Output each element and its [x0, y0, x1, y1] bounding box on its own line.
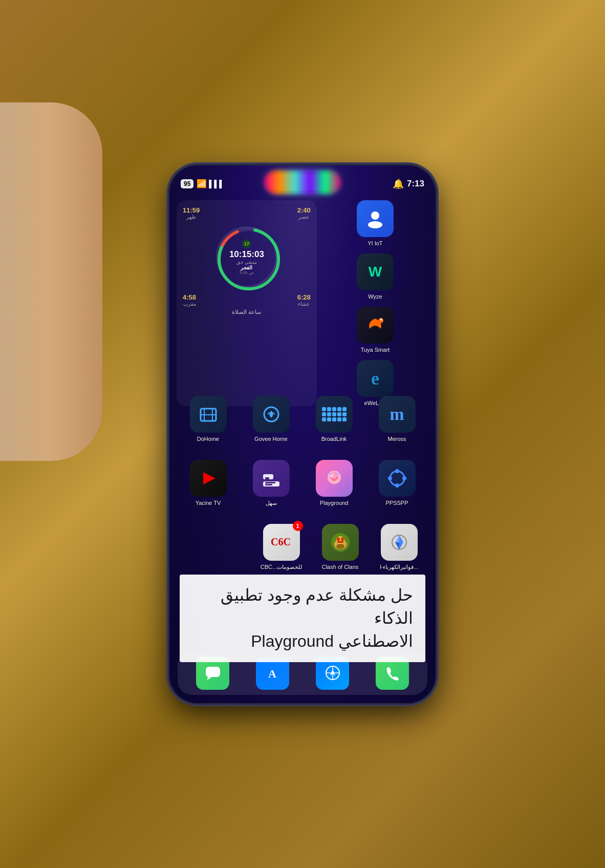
- ppsspp-label: PPSSPP: [385, 500, 408, 506]
- svg-point-20: [331, 477, 333, 479]
- playground-icon: [316, 460, 353, 497]
- svg-point-4: [368, 221, 382, 228]
- svg-point-29: [402, 476, 406, 480]
- svg-point-25: [390, 471, 404, 485]
- svg-point-23: [329, 473, 332, 476]
- prayer-times-top: 11:59 ظهر 2:40 عصر: [183, 206, 311, 220]
- status-left: 95 📶 ▌▌▌: [181, 179, 224, 188]
- svg-rect-16: [265, 484, 272, 485]
- meross-icon: m: [379, 396, 416, 433]
- prayer-clock: 17 10:15:03 متبقي حق الفجر 5:29 ص: [216, 226, 277, 288]
- govee-label: Govee Home: [254, 436, 288, 442]
- svg-point-35: [341, 537, 344, 541]
- prayer-label: ساعة الصلاة: [183, 309, 311, 315]
- ppsspp-icon: [379, 460, 416, 497]
- wyze-icon: W: [357, 253, 394, 290]
- ewelink-icon: e: [357, 360, 394, 397]
- app-sahl[interactable]: سهل: [247, 460, 295, 506]
- app-electric[interactable]: فواتيرالكهرباء-ا...: [375, 524, 423, 570]
- svg-rect-15: [265, 482, 275, 483]
- yi-iot-icon: [357, 200, 394, 237]
- playground-label: Playground: [320, 500, 349, 506]
- dohome-label: DoHome: [197, 436, 219, 442]
- tuya-icon: [357, 307, 394, 344]
- app-broadlink[interactable]: BroadLink: [310, 396, 358, 442]
- app-row-4: Yacine TV سهل: [177, 460, 428, 506]
- app-row-5: 1 C6C CBC...للخصومات: [177, 524, 428, 570]
- wyze-label: Wyze: [368, 293, 382, 300]
- dohome-icon: [190, 396, 227, 433]
- app-cbc[interactable]: 1 C6C CBC...للخصومات: [257, 524, 306, 570]
- cellular-icon: ▌▌▌: [209, 180, 224, 188]
- svg-marker-11: [203, 472, 215, 484]
- app-yacine[interactable]: Yacine TV: [184, 460, 232, 506]
- sahl-icon: [253, 460, 290, 497]
- svg-marker-44: [207, 676, 211, 680]
- prayer-widget: 11:59 ظهر 2:40 عصر: [177, 200, 317, 406]
- coc-icon: [322, 524, 359, 561]
- zuhr-time: 11:59 ظهر: [183, 206, 200, 220]
- svg-point-37: [336, 544, 344, 549]
- app-row-3: DoHome Govee Home: [177, 396, 428, 442]
- maghrib-time: 4:58 مغرب: [183, 293, 196, 307]
- app-meross[interactable]: m Meross: [373, 396, 421, 442]
- clock-number: 17: [242, 239, 251, 248]
- app-govee[interactable]: Govee Home: [247, 396, 295, 442]
- cbc-icon: 1 C6C: [263, 524, 300, 561]
- battery-indicator: 95: [181, 179, 193, 188]
- yi-iot-label: YI IoT: [368, 240, 382, 246]
- phone-container: 95 📶 ▌▌▌ 🔔 7:13 11:59: [169, 165, 436, 703]
- svg-point-3: [371, 211, 379, 220]
- subtitle-line1: حل مشكلة عدم وجود تطبيق الذكاء: [192, 584, 413, 630]
- svg-text:A: A: [268, 667, 276, 680]
- svg-rect-14: [265, 477, 269, 479]
- clock-time: 10:15:03: [229, 249, 264, 260]
- signal-icons: 📶 ▌▌▌: [197, 179, 224, 188]
- svg-text:C6C: C6C: [271, 536, 291, 547]
- electric-icon: [381, 524, 418, 561]
- yacine-icon: [190, 460, 227, 497]
- svg-point-21: [336, 477, 338, 479]
- prayer-times-bottom: 4:58 مغرب 6:28 عشاء: [183, 293, 311, 307]
- svg-point-24: [336, 473, 339, 476]
- svg-point-22: [332, 479, 336, 481]
- svg-rect-43: [206, 667, 220, 677]
- app-coc[interactable]: Clash of Clans: [316, 524, 364, 570]
- svg-point-34: [337, 537, 340, 541]
- subtitle-line2: الاصطناعي Playground: [192, 630, 413, 653]
- subtitle-overlay: حل مشكلة عدم وجود تطبيق الذكاء الاصطناعي…: [180, 575, 425, 662]
- app-ppsspp[interactable]: PPSSPP: [373, 460, 421, 506]
- app-wyze[interactable]: W Wyze: [322, 253, 428, 300]
- yacine-label: Yacine TV: [196, 500, 221, 506]
- svg-point-6: [380, 319, 382, 321]
- svg-point-27: [395, 483, 399, 488]
- electric-label: فواتيرالكهرباء-ا...: [380, 564, 419, 570]
- app-dohome[interactable]: DoHome: [184, 396, 232, 442]
- cbc-label: CBC...للخصومات: [261, 564, 302, 570]
- broadlink-label: BroadLink: [321, 436, 347, 442]
- app-tuya[interactable]: Tuya Smart: [322, 307, 428, 353]
- hand-left: [0, 102, 102, 461]
- tuya-label: Tuya Smart: [361, 347, 390, 353]
- meross-label: Meross: [387, 436, 406, 442]
- broadlink-icon: [316, 396, 353, 433]
- app-playground[interactable]: Playground: [310, 460, 358, 506]
- coc-label: Clash of Clans: [322, 564, 359, 570]
- status-time: 7:13: [407, 179, 424, 189]
- svg-point-28: [388, 476, 392, 480]
- svg-rect-36: [337, 541, 343, 543]
- dynamic-island: [267, 173, 338, 192]
- status-right: 🔔 7:13: [393, 178, 424, 189]
- asr-time: 2:40 عصر: [297, 206, 311, 220]
- cbc-badge: 1: [293, 521, 303, 531]
- bell-icon: 🔔: [393, 178, 404, 189]
- sahl-label: سهل: [266, 500, 277, 506]
- wifi-icon: 📶: [197, 179, 207, 188]
- svg-point-26: [395, 469, 399, 473]
- app-yi-iot[interactable]: YI IoT: [322, 200, 428, 246]
- govee-icon: [253, 396, 290, 433]
- isha-time: 6:28 عشاء: [297, 293, 311, 307]
